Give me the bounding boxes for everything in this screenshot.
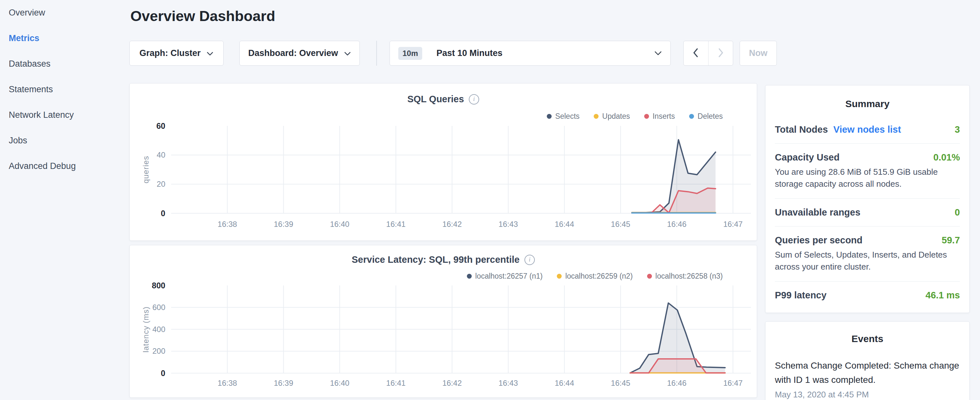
y-axis-tick-label: 400 <box>135 325 165 334</box>
summary-row-total-nodes: Total NodesView nodes list3 <box>775 116 960 143</box>
legend-item-updates[interactable]: Updates <box>594 112 630 121</box>
chart-plot-area <box>171 285 751 373</box>
summary-row-label: Queries per second <box>775 235 862 245</box>
y-axis-tick-label: 0 <box>135 209 165 217</box>
chart-title: Service Latency: SQL, 99th percentile <box>352 254 520 265</box>
x-axis-tick-label: 16:39 <box>274 220 293 229</box>
next-time-button[interactable] <box>708 41 733 65</box>
x-axis-tick-label: 16:45 <box>611 220 630 229</box>
summary-row-unavailable-ranges: Unavailable ranges0 <box>775 198 960 226</box>
chevron-left-icon <box>691 47 700 60</box>
legend-dot-icon <box>689 114 694 119</box>
x-axis-tick-label: 16:45 <box>611 379 630 388</box>
x-axis-tick-label: 16:44 <box>555 220 574 229</box>
legend-item-localhost-26257-n1[interactable]: localhost:26257 (n1) <box>467 272 542 280</box>
x-axis-tick-label: 16:46 <box>667 220 687 229</box>
sidebar-item-network-latency[interactable]: Network Latency <box>0 102 129 128</box>
time-range-dropdown[interactable]: 10m Past 10 Minutes <box>390 41 671 66</box>
x-axis-tick-label: 16:41 <box>386 220 406 229</box>
time-pager <box>683 41 733 66</box>
graph-scope-dropdown[interactable]: Graph: Cluster <box>129 41 224 66</box>
now-button[interactable]: Now <box>740 41 777 66</box>
legend-dot-icon <box>547 114 552 119</box>
summary-row-description: Sum of Selects, Updates, Inserts, and De… <box>775 249 960 273</box>
x-axis-tick-label: 16:47 <box>723 220 743 229</box>
x-axis-tick-label: 16:40 <box>330 220 349 229</box>
y-axis-tick-label: 200 <box>135 347 165 355</box>
legend-dot-icon <box>467 274 472 279</box>
y-axis-tick-label: 800 <box>135 281 165 290</box>
legend-item-inserts[interactable]: Inserts <box>644 112 675 121</box>
sidebar-item-advanced-debug[interactable]: Advanced Debug <box>0 153 129 179</box>
dashboard-dropdown[interactable]: Dashboard: Overview <box>239 41 360 66</box>
chevron-down-icon <box>344 48 351 58</box>
x-axis-tick-label: 16:38 <box>218 220 237 229</box>
events-panel: Events Schema Change Completed: Schema c… <box>765 321 970 400</box>
x-axis-tick-label: 16:43 <box>499 379 518 388</box>
chart-plot-area <box>171 126 751 213</box>
time-range-label: Past 10 Minutes <box>436 48 503 58</box>
sidebar-item-metrics[interactable]: Metrics <box>0 25 129 51</box>
legend-label: Selects <box>555 112 579 121</box>
y-axis-tick-label: 600 <box>135 303 165 312</box>
x-axis-tick-label: 16:43 <box>499 220 518 229</box>
legend-item-localhost-26259-n2[interactable]: localhost:26259 (n2) <box>557 272 633 280</box>
chevron-down-icon <box>207 48 213 58</box>
summary-row-left: Capacity Used <box>775 152 840 163</box>
legend-label: localhost:26258 (n3) <box>655 272 723 280</box>
sidebar-item-jobs[interactable]: Jobs <box>0 128 129 153</box>
toolbar-divider <box>376 41 377 66</box>
legend-label: Deletes <box>698 112 723 121</box>
x-axis-tick-label: 16:42 <box>442 379 462 388</box>
legend-label: Inserts <box>652 112 675 121</box>
dashboard-label: Dashboard: Overview <box>248 48 338 58</box>
sql-queries-chart-card: SQL Queries i SelectsUpdatesInsertsDelet… <box>129 83 757 241</box>
chevron-right-icon <box>716 47 725 60</box>
summary-row-left: P99 latency <box>775 290 827 301</box>
info-icon[interactable]: i <box>469 94 479 105</box>
summary-row-label: Total Nodes <box>775 124 828 135</box>
summary-row-left: Unavailable ranges <box>775 207 860 218</box>
summary-row-header: Capacity Used0.01% <box>775 152 960 163</box>
summary-row-left: Total NodesView nodes list <box>775 124 901 135</box>
legend-dot-icon <box>594 114 598 119</box>
page-title: Overview Dashboard <box>130 8 275 25</box>
x-axis-tick-label: 16:40 <box>330 379 349 388</box>
summary-row-header: Unavailable ranges0 <box>775 207 960 218</box>
legend-item-deletes[interactable]: Deletes <box>689 112 723 121</box>
legend-item-localhost-26258-n3[interactable]: localhost:26258 (n3) <box>647 272 723 280</box>
graph-scope-label: Graph: Cluster <box>140 48 200 58</box>
legend-dot-icon <box>644 114 649 119</box>
legend-dot-icon <box>647 274 652 279</box>
summary-row-value: 0 <box>955 207 960 218</box>
summary-row-description: You are using 28.6 MiB of 515.9 GiB usab… <box>775 166 960 190</box>
sidebar-item-databases[interactable]: Databases <box>0 51 129 77</box>
event-timestamp: May 13, 2020 at 4:45 PM <box>775 390 960 400</box>
x-axis-tick-label: 16:47 <box>723 379 743 388</box>
sidebar-item-statements[interactable]: Statements <box>0 77 129 102</box>
legend-item-selects[interactable]: Selects <box>547 112 579 121</box>
info-icon[interactable]: i <box>525 255 535 265</box>
y-axis-title: queries <box>142 156 150 183</box>
chart-title: SQL Queries <box>407 94 464 105</box>
x-axis-tick-label: 16:42 <box>442 220 462 229</box>
x-axis-tick-label: 16:41 <box>386 379 406 388</box>
event-item[interactable]: Schema Change Completed: Schema change w… <box>775 359 960 400</box>
x-axis-tick-label: 16:38 <box>218 379 237 388</box>
y-axis-title: latency (ms) <box>142 306 150 352</box>
time-range-badge: 10m <box>398 47 422 60</box>
legend-label: localhost:26259 (n2) <box>565 272 633 280</box>
summary-row-left: Queries per second <box>775 235 862 245</box>
y-axis-tick-label: 60 <box>135 122 165 130</box>
service-latency-chart-card: Service Latency: SQL, 99th percentile i … <box>129 245 757 398</box>
prev-time-button[interactable] <box>684 41 708 65</box>
view-nodes-list-link[interactable]: View nodes list <box>834 124 901 135</box>
summary-row-queries-per-second: Queries per second59.7Sum of Selects, Up… <box>775 226 960 281</box>
summary-title: Summary <box>765 98 969 109</box>
sidebar: OverviewMetricsDatabasesStatementsNetwor… <box>0 0 129 179</box>
summary-row-value: 59.7 <box>942 235 960 245</box>
summary-row-header: P99 latency46.1 ms <box>775 290 960 301</box>
sidebar-item-overview[interactable]: Overview <box>0 0 129 25</box>
y-axis-tick-label: 20 <box>135 180 165 188</box>
events-title: Events <box>765 333 969 344</box>
